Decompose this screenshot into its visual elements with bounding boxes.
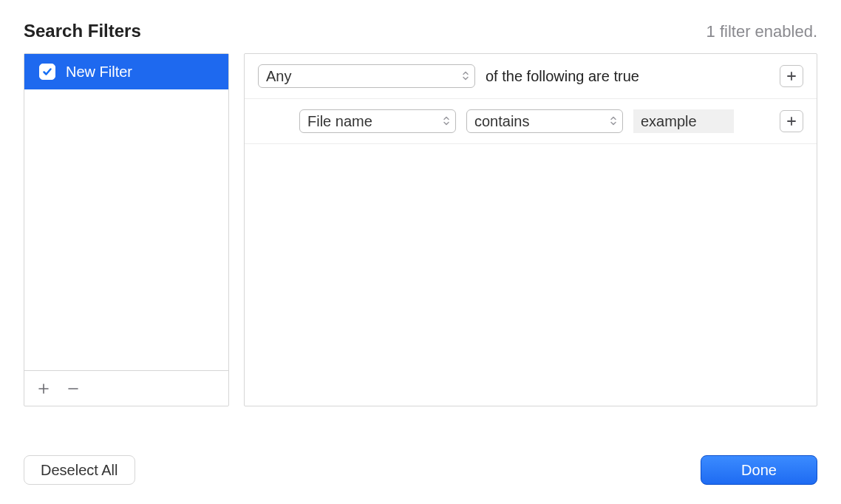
match-type-select[interactable]: Any <box>258 64 475 88</box>
search-filters-window: Search Filters 1 filter enabled. New Fil… <box>0 0 841 504</box>
filter-name-label: New Filter <box>66 64 132 81</box>
check-icon <box>42 67 52 77</box>
plus-icon <box>786 116 797 126</box>
plus-icon <box>786 71 797 81</box>
filter-count-status: 1 filter enabled. <box>706 22 817 41</box>
attribute-select-wrapper: File name <box>299 109 456 133</box>
filter-list-item[interactable]: New Filter <box>24 54 228 89</box>
filter-list-pane: New Filter <box>24 53 229 406</box>
filter-list: New Filter <box>24 54 228 370</box>
rule-group-row: Any of the following are true <box>245 54 817 99</box>
minus-icon <box>67 383 79 395</box>
remove-filter-button[interactable] <box>64 380 82 398</box>
rules-pane: Any of the following are true <box>244 53 817 406</box>
deselect-all-button[interactable]: Deselect All <box>24 455 135 485</box>
operator-select[interactable]: contains <box>466 109 623 133</box>
page-title: Search Filters <box>24 21 141 41</box>
done-button[interactable]: Done <box>701 455 817 485</box>
filter-list-toolbar <box>24 370 228 406</box>
filter-enabled-checkbox[interactable] <box>39 64 55 80</box>
plus-icon <box>38 383 50 395</box>
content-panes: New Filter <box>24 53 817 406</box>
match-type-select-wrapper: Any <box>258 64 475 88</box>
attribute-select[interactable]: File name <box>299 109 456 133</box>
condition-value-input[interactable] <box>633 109 734 133</box>
add-condition-button[interactable] <box>780 110 803 132</box>
operator-select-wrapper: contains <box>466 109 623 133</box>
add-filter-button[interactable] <box>35 380 52 398</box>
match-type-text: of the following are true <box>486 68 639 85</box>
footer: Deselect All Done <box>24 455 817 485</box>
add-group-condition-button[interactable] <box>780 65 803 87</box>
rule-condition-row: File name contains <box>245 99 817 144</box>
header: Search Filters 1 filter enabled. <box>24 21 817 41</box>
